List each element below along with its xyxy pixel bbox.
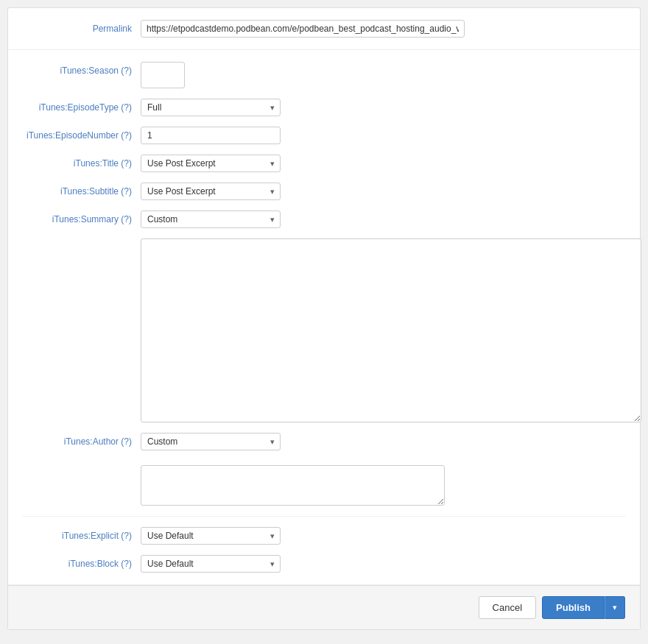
itunes-summary-select[interactable]: Custom Use Post Excerpt Use Post Title <box>141 210 281 228</box>
itunes-section: iTunes:Season (?) iTunes:EpisodeType (?)… <box>8 50 640 585</box>
itunes-block-control: Use Default Yes No <box>141 555 494 573</box>
itunes-summary-control: Custom Use Post Excerpt Use Post Title <box>141 210 494 228</box>
publish-button[interactable]: Publish <box>542 596 605 619</box>
publish-group: Publish ▾ <box>542 596 625 619</box>
cancel-button[interactable]: Cancel <box>479 596 536 619</box>
itunes-author-textarea[interactable] <box>141 465 445 506</box>
itunes-author-control: Custom Use Default <box>141 433 494 450</box>
itunes-explicit-label: iTunes:Explicit (?) <box>23 527 141 541</box>
itunes-block-label: iTunes:Block (?) <box>23 555 141 569</box>
itunes-subtitle-wrapper: Use Post Excerpt Custom Use Post Title <box>141 183 281 200</box>
itunes-summary-label: iTunes:Summary (?) <box>23 210 141 224</box>
itunes-episodenumber-input[interactable] <box>141 127 281 144</box>
itunes-title-row: iTunes:Title (?) Use Post Excerpt Custom… <box>23 155 625 172</box>
itunes-title-control: Use Post Excerpt Custom Use Post Title <box>141 155 494 172</box>
itunes-season-label: iTunes:Season (?) <box>23 62 141 76</box>
itunes-subtitle-select[interactable]: Use Post Excerpt Custom Use Post Title <box>141 183 281 200</box>
permalink-row: Permalink <box>23 20 625 38</box>
itunes-episodenumber-label: iTunes:EpisodeNumber (?) <box>23 127 141 141</box>
permalink-input[interactable] <box>141 20 465 38</box>
itunes-title-select[interactable]: Use Post Excerpt Custom Use Post Title <box>141 155 281 172</box>
itunes-explicit-row: iTunes:Explicit (?) Use Default Yes No C… <box>23 516 625 545</box>
permalink-section: Permalink <box>8 8 640 50</box>
itunes-subtitle-row: iTunes:Subtitle (?) Use Post Excerpt Cus… <box>23 183 625 200</box>
itunes-author-textarea-row <box>23 461 625 506</box>
itunes-explicit-select[interactable]: Use Default Yes No Clean <box>141 527 281 545</box>
itunes-summary-textarea[interactable] <box>141 238 641 422</box>
itunes-episodenumber-row: iTunes:EpisodeNumber (?) <box>23 127 625 144</box>
itunes-season-row: iTunes:Season (?) <box>23 62 625 88</box>
itunes-subtitle-label: iTunes:Subtitle (?) <box>23 183 141 197</box>
itunes-summary-wrapper: Custom Use Post Excerpt Use Post Title <box>141 210 281 228</box>
itunes-subtitle-control: Use Post Excerpt Custom Use Post Title <box>141 183 494 200</box>
publish-dropdown-button[interactable]: ▾ <box>605 596 625 619</box>
itunes-episodetype-wrapper: Full Trailer Bonus <box>141 99 281 116</box>
itunes-explicit-control: Use Default Yes No Clean <box>141 527 494 545</box>
itunes-season-input[interactable] <box>141 62 185 88</box>
permalink-label: Permalink <box>23 20 141 34</box>
itunes-block-row: iTunes:Block (?) Use Default Yes No <box>23 555 625 573</box>
itunes-season-control <box>141 62 494 88</box>
itunes-title-label: iTunes:Title (?) <box>23 155 141 169</box>
itunes-summary-textarea-row <box>23 238 625 422</box>
itunes-author-select[interactable]: Custom Use Default <box>141 433 281 450</box>
itunes-author-row: iTunes:Author (?) Custom Use Default <box>23 433 625 450</box>
itunes-block-select[interactable]: Use Default Yes No <box>141 555 281 573</box>
itunes-episodetype-control: Full Trailer Bonus <box>141 99 494 116</box>
itunes-summary-row: iTunes:Summary (?) Custom Use Post Excer… <box>23 210 625 228</box>
itunes-episodetype-select[interactable]: Full Trailer Bonus <box>141 99 281 116</box>
permalink-control <box>141 20 494 38</box>
itunes-explicit-wrapper: Use Default Yes No Clean <box>141 527 281 545</box>
form-container: Permalink iTunes:Season (?) iTunes:Episo… <box>7 7 641 630</box>
itunes-author-wrapper: Custom Use Default <box>141 433 281 450</box>
itunes-episodetype-row: iTunes:EpisodeType (?) Full Trailer Bonu… <box>23 99 625 116</box>
footer-bar: Cancel Publish ▾ <box>8 585 640 629</box>
itunes-episodetype-label: iTunes:EpisodeType (?) <box>23 99 141 113</box>
itunes-episodenumber-control <box>141 127 494 144</box>
itunes-title-wrapper: Use Post Excerpt Custom Use Post Title <box>141 155 281 172</box>
itunes-author-label: iTunes:Author (?) <box>23 433 141 447</box>
itunes-block-wrapper: Use Default Yes No <box>141 555 281 573</box>
